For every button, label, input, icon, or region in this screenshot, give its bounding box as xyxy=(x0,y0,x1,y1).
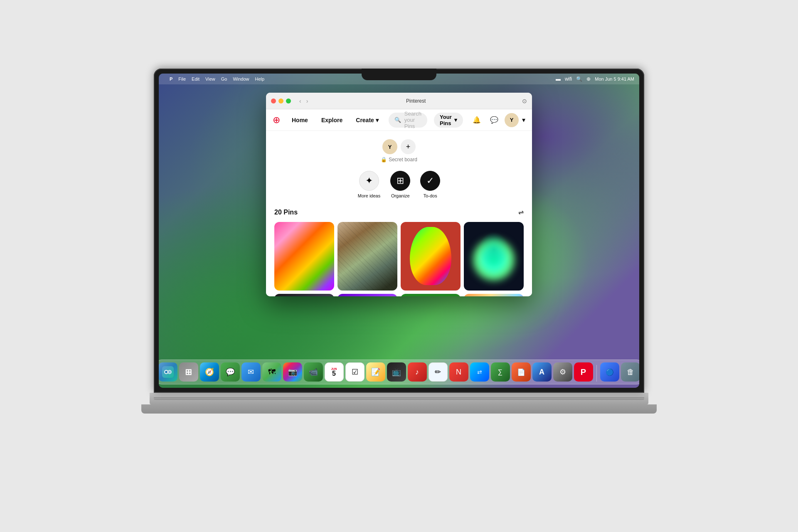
dock-app-tv[interactable]: 📺 xyxy=(387,362,406,382)
pins-count: 20 Pins xyxy=(274,209,298,216)
dock-app-reminders[interactable]: ☑ xyxy=(345,362,365,382)
dock-app-facetime[interactable]: 📹 xyxy=(304,362,323,382)
more-ideas-icon-circle: ✦ xyxy=(359,171,379,191)
share-button[interactable]: ⊙ xyxy=(522,98,527,104)
pin-card[interactable] xyxy=(274,294,334,296)
menu-file[interactable]: File xyxy=(178,76,186,81)
action-buttons: ✦ More ideas ⊞ Organize xyxy=(274,171,524,198)
desktop-content: ‹ › Pinterest ⊙ ⊕ xyxy=(159,84,639,352)
more-ideas-label: More ideas xyxy=(358,193,380,198)
dock-app-appstore[interactable]: A xyxy=(532,362,552,382)
dock-app-maps[interactable]: 🗺 xyxy=(262,362,281,382)
macbook-base xyxy=(150,393,648,404)
dock-app-pages[interactable]: 📄 xyxy=(512,362,531,382)
dock-app-messages[interactable]: 💬 xyxy=(221,362,240,382)
pin-card[interactable] xyxy=(401,222,461,291)
dock-separator xyxy=(596,365,597,382)
todos-label: To-dos xyxy=(424,193,437,198)
dock-app-freeform[interactable]: ✏ xyxy=(429,362,448,382)
more-ideas-action[interactable]: ✦ More ideas xyxy=(358,171,380,198)
nav-icons: 🔔 💬 Y ▾ xyxy=(470,113,525,127)
todos-icon: ✓ xyxy=(426,175,434,186)
todos-action[interactable]: ✓ To-dos xyxy=(420,171,440,198)
wifi-icon: wifi xyxy=(565,76,572,82)
macbook-bottom xyxy=(141,404,657,414)
desktop: P File Edit View Go Window Help ▬ wifi 🔍… xyxy=(159,74,639,388)
search-bar[interactable]: 🔍 Search your Pins xyxy=(389,113,427,128)
lock-icon: 🔒 xyxy=(381,157,387,163)
battery-icon: ▬ xyxy=(556,76,561,82)
menu-window[interactable]: Window xyxy=(233,76,249,81)
pin-card[interactable] xyxy=(401,294,461,296)
svg-point-3 xyxy=(165,371,167,373)
create-button[interactable]: Create ▾ xyxy=(352,114,382,126)
messages-button[interactable]: 💬 xyxy=(487,113,501,127)
pin-card[interactable]: + xyxy=(337,294,397,296)
maximize-button[interactable] xyxy=(286,99,291,103)
screen-lid: P File Edit View Go Window Help ▬ wifi 🔍… xyxy=(154,69,644,393)
menu-view[interactable]: View xyxy=(205,76,215,81)
dock-app-numbers[interactable]: ∑ xyxy=(491,362,510,382)
dock-area: ⊞ 🧭 💬 ✉ 🗺 xyxy=(159,352,639,388)
menu-help[interactable]: Help xyxy=(255,76,265,81)
organize-action[interactable]: ⊞ Organize xyxy=(390,171,410,198)
search-menu-icon[interactable]: 🔍 xyxy=(576,76,582,82)
browser-title: Pinterest xyxy=(406,98,426,104)
browser-address-bar[interactable]: Pinterest xyxy=(313,98,519,104)
home-nav-link[interactable]: Home xyxy=(288,114,311,126)
control-center-icon[interactable]: ⊕ xyxy=(586,76,591,82)
dock-app-mail[interactable]: ✉ xyxy=(241,362,261,382)
screen-bezel: P File Edit View Go Window Help ▬ wifi 🔍… xyxy=(159,74,639,388)
dock-app-notes[interactable]: 📝 xyxy=(366,362,385,382)
board-avatar: Y xyxy=(382,139,397,154)
search-icon: 🔍 xyxy=(394,117,401,123)
pinterest-nav: ⊕ Home Explore Create ▾ 🔍 Search your Pi… xyxy=(266,109,532,131)
pin-card[interactable] xyxy=(464,222,524,291)
todos-icon-circle: ✓ xyxy=(420,171,440,191)
menu-date-time: Mon Jun 5 9:41 AM xyxy=(595,76,634,81)
avatar-button[interactable]: Y xyxy=(505,113,519,127)
pin-card[interactable]: ? xyxy=(464,294,524,296)
minimize-button[interactable] xyxy=(278,99,283,103)
dock-app-translate[interactable]: ⇄ xyxy=(470,362,489,382)
dock-app-pinterest[interactable]: P xyxy=(574,362,593,382)
macbook-hinge xyxy=(154,397,644,400)
notch xyxy=(362,69,436,80)
dock-app-calendar[interactable]: JUN 5 xyxy=(325,362,344,382)
board-header: Y + 🔒 Secret board xyxy=(274,139,524,163)
back-button[interactable]: ‹ xyxy=(298,97,303,105)
dock-app-unknown[interactable]: 🔵 xyxy=(600,362,619,382)
dock-app-launchpad[interactable]: ⊞ xyxy=(179,362,198,382)
dock-app-finder[interactable] xyxy=(159,362,177,382)
pinterest-app: ⊕ Home Explore Create ▾ 🔍 Search your Pi… xyxy=(266,109,532,296)
menu-go[interactable]: Go xyxy=(221,76,227,81)
menu-app-name[interactable]: P xyxy=(170,76,172,81)
dock-app-settings[interactable]: ⚙ xyxy=(553,362,572,382)
close-button[interactable] xyxy=(271,99,276,103)
create-chevron-icon: ▾ xyxy=(376,117,379,123)
more-ideas-icon: ✦ xyxy=(365,175,373,186)
pin-card[interactable] xyxy=(274,222,334,291)
dock-app-safari[interactable]: 🧭 xyxy=(200,362,219,382)
browser-chrome: ‹ › Pinterest ⊙ xyxy=(266,93,532,109)
filter-icon[interactable]: ⇌ xyxy=(518,208,524,216)
add-collaborator-button[interactable]: + xyxy=(401,139,416,154)
dock-app-news[interactable]: N xyxy=(449,362,468,382)
macbook-frame: P File Edit View Go Window Help ▬ wifi 🔍… xyxy=(133,69,665,463)
explore-nav-link[interactable]: Explore xyxy=(318,114,346,126)
search-placeholder: Search your Pins xyxy=(404,111,421,129)
pins-header: 20 Pins ⇌ xyxy=(274,208,524,216)
your-pins-chevron-icon: ▾ xyxy=(454,117,457,123)
browser-window: ‹ › Pinterest ⊙ ⊕ xyxy=(266,93,532,296)
dock-app-photos[interactable]: 📷 xyxy=(283,362,302,382)
menu-edit[interactable]: Edit xyxy=(192,76,200,81)
pinterest-logo-icon[interactable]: ⊕ xyxy=(273,115,280,126)
notifications-button[interactable]: 🔔 xyxy=(470,113,484,127)
forward-button[interactable]: › xyxy=(305,97,310,105)
profile-chevron-icon[interactable]: ▾ xyxy=(522,116,525,124)
dock-app-music[interactable]: ♪ xyxy=(408,362,427,382)
dock-app-trash[interactable]: 🗑 xyxy=(621,362,640,382)
pin-card[interactable] xyxy=(337,222,397,291)
organize-label: Organize xyxy=(391,193,410,198)
your-pins-button[interactable]: Your Pins ▾ xyxy=(434,113,463,128)
